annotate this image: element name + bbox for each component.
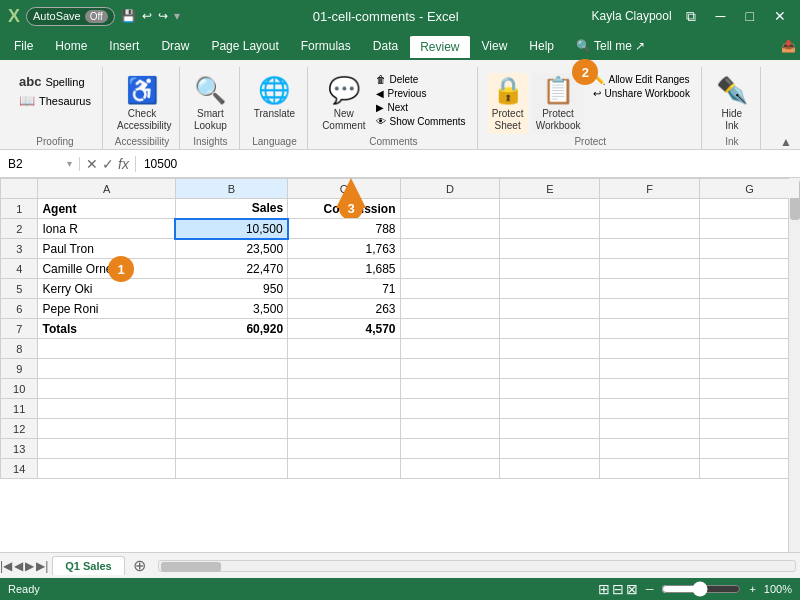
- confirm-formula-button[interactable]: ✓: [102, 156, 114, 172]
- show-comments-button[interactable]: 👁 Show Comments: [373, 115, 468, 128]
- cell-3-6[interactable]: [700, 239, 800, 259]
- cell-12-4[interactable]: [500, 419, 600, 439]
- cell-5-2[interactable]: 71: [288, 279, 400, 299]
- cell-1-1[interactable]: Sales: [175, 199, 287, 219]
- cell-9-6[interactable]: [700, 359, 800, 379]
- cell-11-5[interactable]: [600, 399, 700, 419]
- cell-8-5[interactable]: [600, 339, 700, 359]
- cell-7-1[interactable]: 60,920: [175, 319, 287, 339]
- cell-9-0[interactable]: [38, 359, 175, 379]
- sheet-nav-last[interactable]: ▶|: [36, 559, 48, 573]
- cell-3-4[interactable]: [500, 239, 600, 259]
- cell-5-6[interactable]: [700, 279, 800, 299]
- cell-12-1[interactable]: [175, 419, 287, 439]
- cell-ref-dropdown[interactable]: ▾: [67, 158, 72, 169]
- col-header-g[interactable]: G: [700, 179, 800, 199]
- horizontal-scrollbar[interactable]: [158, 560, 796, 572]
- page-break-view-button[interactable]: ⊠: [626, 581, 638, 597]
- row-header-9[interactable]: 9: [1, 359, 38, 379]
- cell-2-1[interactable]: 10,500: [175, 219, 287, 239]
- cell-9-1[interactable]: [175, 359, 287, 379]
- cell-9-3[interactable]: [400, 359, 500, 379]
- zoom-minus[interactable]: ─: [646, 583, 654, 595]
- hide-ink-button[interactable]: ✒️ HideInk: [712, 73, 752, 134]
- share-button[interactable]: 📤: [781, 39, 796, 53]
- cell-4-2[interactable]: 1,685: [288, 259, 400, 279]
- cell-1-3[interactable]: [400, 199, 500, 219]
- cell-14-1[interactable]: [175, 459, 287, 479]
- cell-7-5[interactable]: [600, 319, 700, 339]
- add-sheet-button[interactable]: ⊕: [125, 553, 154, 578]
- normal-view-button[interactable]: ⊞: [598, 581, 610, 597]
- cell-10-4[interactable]: [500, 379, 600, 399]
- cell-8-6[interactable]: [700, 339, 800, 359]
- col-header-b[interactable]: B: [175, 179, 287, 199]
- row-header-5[interactable]: 5: [1, 279, 38, 299]
- cell-2-0[interactable]: Iona R: [38, 219, 175, 239]
- save-button[interactable]: 💾: [121, 9, 136, 23]
- cell-13-1[interactable]: [175, 439, 287, 459]
- cell-12-5[interactable]: [600, 419, 700, 439]
- cell-13-3[interactable]: [400, 439, 500, 459]
- cell-9-4[interactable]: [500, 359, 600, 379]
- cell-5-3[interactable]: [400, 279, 500, 299]
- cell-ref-input[interactable]: B2: [8, 157, 63, 171]
- vertical-scrollbar[interactable]: [788, 178, 800, 552]
- redo-button[interactable]: ↪: [158, 9, 168, 23]
- check-accessibility-button[interactable]: ♿ CheckAccessibility: [113, 73, 171, 134]
- cell-3-2[interactable]: 1,763: [288, 239, 400, 259]
- cell-2-4[interactable]: [500, 219, 600, 239]
- cell-6-6[interactable]: [700, 299, 800, 319]
- cell-1-0[interactable]: Agent: [38, 199, 175, 219]
- cell-1-5[interactable]: [600, 199, 700, 219]
- cell-4-6[interactable]: [700, 259, 800, 279]
- sheet-tab-q1sales[interactable]: Q1 Sales: [52, 556, 124, 575]
- horizontal-scrollbar-thumb[interactable]: [161, 562, 221, 572]
- cell-3-3[interactable]: [400, 239, 500, 259]
- cell-4-3[interactable]: [400, 259, 500, 279]
- ribbon-toggle-icon[interactable]: ⧉: [680, 6, 702, 27]
- protect-sheet-button[interactable]: 🔒 ProtectSheet: [488, 73, 528, 134]
- autosave-toggle[interactable]: AutoSave Off: [26, 7, 115, 26]
- minimize-button[interactable]: ─: [710, 6, 732, 26]
- smart-lookup-button[interactable]: 🔍 SmartLookup: [190, 73, 231, 134]
- col-header-a[interactable]: A: [38, 179, 175, 199]
- cell-2-5[interactable]: [600, 219, 700, 239]
- cell-14-0[interactable]: [38, 459, 175, 479]
- cell-7-0[interactable]: Totals: [38, 319, 175, 339]
- cell-10-0[interactable]: [38, 379, 175, 399]
- cell-6-3[interactable]: [400, 299, 500, 319]
- cell-6-0[interactable]: Pepe Roni: [38, 299, 175, 319]
- next-comment-button[interactable]: ▶ Next: [373, 101, 468, 114]
- sheet-nav-first[interactable]: |◀: [0, 559, 12, 573]
- row-header-2[interactable]: 2: [1, 219, 38, 239]
- col-header-d[interactable]: D: [400, 179, 500, 199]
- cell-13-5[interactable]: [600, 439, 700, 459]
- cell-13-0[interactable]: [38, 439, 175, 459]
- cell-14-3[interactable]: [400, 459, 500, 479]
- zoom-plus[interactable]: +: [749, 583, 755, 595]
- cell-8-1[interactable]: [175, 339, 287, 359]
- cell-11-4[interactable]: [500, 399, 600, 419]
- cell-14-5[interactable]: [600, 459, 700, 479]
- cell-14-2[interactable]: [288, 459, 400, 479]
- zoom-level[interactable]: 100%: [764, 583, 792, 595]
- col-header-e[interactable]: E: [500, 179, 600, 199]
- cell-14-4[interactable]: [500, 459, 600, 479]
- cell-7-2[interactable]: 4,570: [288, 319, 400, 339]
- menu-home[interactable]: Home: [45, 35, 97, 57]
- col-header-f[interactable]: F: [600, 179, 700, 199]
- cell-6-2[interactable]: 263: [288, 299, 400, 319]
- ribbon-collapse[interactable]: ▲: [780, 131, 792, 149]
- cell-5-0[interactable]: Kerry Oki: [38, 279, 175, 299]
- row-header-13[interactable]: 13: [1, 439, 38, 459]
- cell-5-1[interactable]: 950: [175, 279, 287, 299]
- cell-13-2[interactable]: [288, 439, 400, 459]
- cell-9-2[interactable]: [288, 359, 400, 379]
- menu-file[interactable]: File: [4, 35, 43, 57]
- row-header-14[interactable]: 14: [1, 459, 38, 479]
- delete-comment-button[interactable]: 🗑 Delete: [373, 73, 468, 86]
- cell-4-5[interactable]: [600, 259, 700, 279]
- row-header-12[interactable]: 12: [1, 419, 38, 439]
- menu-data[interactable]: Data: [363, 35, 408, 57]
